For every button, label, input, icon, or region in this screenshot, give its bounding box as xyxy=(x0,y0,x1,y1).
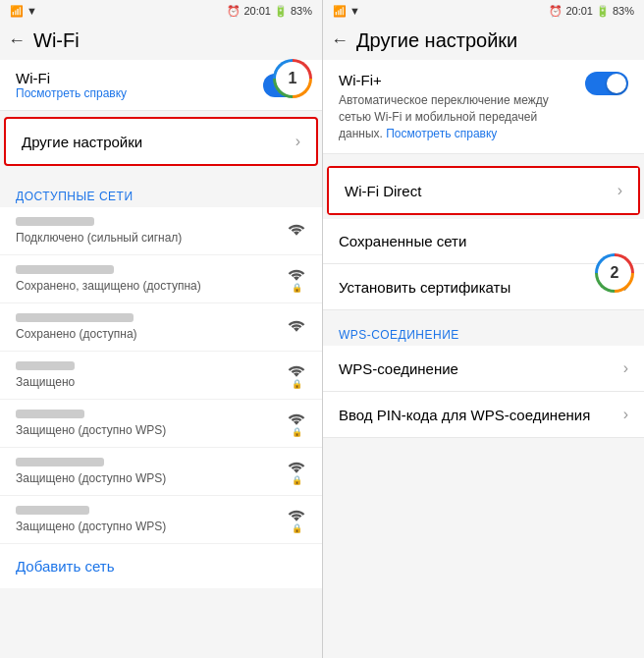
network-status-0: Подключено (сильный сигнал) xyxy=(16,231,287,245)
status-bar-right: 📶 ▼ ⏰ 20:01 🔋 83% xyxy=(323,0,644,22)
battery-left: 83% xyxy=(291,5,312,17)
available-networks-header: ДОСТУПНЫЕ СЕТИ xyxy=(0,180,322,207)
network-status-1: Сохранено, защищено (доступна) xyxy=(16,279,287,293)
wifi-direct-item[interactable]: Wi-Fi Direct › xyxy=(327,166,640,215)
signal-icon-right: 📶 xyxy=(333,5,347,18)
wifi-plus-row: Wi-Fi+ Автоматическое переключение между… xyxy=(323,60,644,154)
other-settings-row[interactable]: Другие настройки › xyxy=(6,119,316,164)
chevron-icon-wifi-direct: › xyxy=(617,182,622,199)
wifi-status-icon-right: ▼ xyxy=(349,5,360,17)
content-left: Wi-Fi Посмотреть справку Другие настройк… xyxy=(0,60,322,658)
wifi-direct-row[interactable]: Wi-Fi Direct › xyxy=(329,168,638,213)
lock-icon-5: 🔒 xyxy=(292,475,302,485)
wifi-plus-title: Wi-Fi+ xyxy=(339,72,575,88)
header-left: ← Wi-Fi xyxy=(0,22,322,60)
back-button-right[interactable]: ← xyxy=(331,30,349,51)
network-status-6: Защищено (доступно WPS) xyxy=(16,520,287,533)
clock-icon-right: ⏰ xyxy=(549,5,563,18)
wifi-status-icon: ▼ xyxy=(27,5,37,17)
header-right: ← Другие настройки xyxy=(323,22,644,60)
back-button-left[interactable]: ← xyxy=(8,30,26,51)
chevron-icon-wps-pin: › xyxy=(623,406,628,423)
wifi-signal-icon-1: 🔒 xyxy=(287,266,306,293)
network-item-1[interactable]: Сохранено, защищено (доступна) 🔒 xyxy=(0,255,322,303)
wps-section-header: WPS-СОЕДИНЕНИЕ xyxy=(323,318,644,346)
network-item-0[interactable]: Подключено (сильный сигнал) xyxy=(0,207,322,255)
clock-icon: ⏰ xyxy=(227,5,241,18)
battery-icon: 🔋 xyxy=(274,5,288,18)
wifi-plus-desc: Автоматическое переключение между сетью … xyxy=(339,92,575,141)
network-status-4: Защищено (доступно WPS) xyxy=(16,423,287,437)
wifi-plus-toggle[interactable] xyxy=(585,72,628,95)
install-certs-label: Установить сертификаты xyxy=(339,279,510,296)
network-name-blur-3 xyxy=(16,361,75,370)
wifi-help-link[interactable]: Посмотреть справку xyxy=(16,86,127,100)
wps-connection-item[interactable]: WPS-соединение › xyxy=(323,346,644,392)
battery-right: 83% xyxy=(613,5,634,17)
status-bar-left: 📶 ▼ ⏰ 20:01 🔋 83% xyxy=(0,0,322,22)
network-status-3: Защищено xyxy=(16,375,287,389)
network-name-blur-0 xyxy=(16,217,94,226)
step-circle-1: 1 xyxy=(273,59,312,98)
lock-icon-3: 🔒 xyxy=(292,379,302,389)
network-name-blur-5 xyxy=(16,458,104,466)
wifi-signal-icon-6: 🔒 xyxy=(287,507,306,533)
other-settings-item[interactable]: Другие настройки › xyxy=(4,117,318,166)
wps-connection-label: WPS-соединение xyxy=(339,360,458,377)
step-circle-2: 2 xyxy=(595,253,634,293)
network-item-2[interactable]: Сохранено (доступна) xyxy=(0,303,322,352)
lock-icon-4: 🔒 xyxy=(292,427,302,437)
network-name-blur-6 xyxy=(16,506,89,515)
network-item-3[interactable]: Защищено 🔒 xyxy=(0,352,322,400)
network-name-blur-4 xyxy=(16,410,84,418)
wifi-signal-icon-2 xyxy=(287,317,306,337)
signal-icon: 📶 xyxy=(10,5,24,18)
network-item-5[interactable]: Защищено (доступно WPS) 🔒 xyxy=(0,448,322,496)
battery-icon-right: 🔋 xyxy=(596,5,610,18)
wps-pin-label: Ввод PIN-кода для WPS-соединения xyxy=(339,407,590,423)
wifi-signal-icon-5: 🔒 xyxy=(287,459,306,485)
wifi-label: Wi-Fi xyxy=(16,70,127,86)
content-right: Wi-Fi+ Автоматическое переключение между… xyxy=(323,60,644,658)
add-network-button[interactable]: Добавить сеть xyxy=(0,544,322,588)
network-name-blur-2 xyxy=(16,313,134,322)
wifi-signal-icon-4: 🔒 xyxy=(287,411,306,437)
chevron-icon-other-settings: › xyxy=(295,133,300,150)
wifi-signal-icon-3: 🔒 xyxy=(287,362,306,389)
chevron-icon-wps: › xyxy=(623,359,628,377)
time-left: 20:01 xyxy=(243,5,271,17)
saved-networks-label: Сохраненные сети xyxy=(339,233,466,249)
network-status-5: Защищено (доступно WPS) xyxy=(16,471,287,485)
wps-pin-item[interactable]: Ввод PIN-кода для WPS-соединения › xyxy=(323,392,644,438)
wifi-direct-label: Wi-Fi Direct xyxy=(345,183,421,199)
time-right: 20:01 xyxy=(565,5,593,17)
lock-icon-6: 🔒 xyxy=(292,523,302,533)
lock-icon-1: 🔒 xyxy=(292,283,302,293)
other-settings-label: Другие настройки xyxy=(22,134,142,150)
page-title-left: Wi-Fi xyxy=(33,29,80,52)
page-title-right: Другие настройки xyxy=(356,29,517,52)
network-name-blur-1 xyxy=(16,265,114,274)
network-item-4[interactable]: Защищено (доступно WPS) 🔒 xyxy=(0,400,322,448)
network-status-2: Сохранено (доступна) xyxy=(16,327,287,341)
saved-networks-item[interactable]: Сохраненные сети xyxy=(323,219,644,264)
network-item-6[interactable]: Защищено (доступно WPS) 🔒 xyxy=(0,496,322,544)
wifi-signal-icon-0 xyxy=(287,221,306,241)
wifi-plus-help-link[interactable]: Посмотреть справку xyxy=(386,127,497,140)
